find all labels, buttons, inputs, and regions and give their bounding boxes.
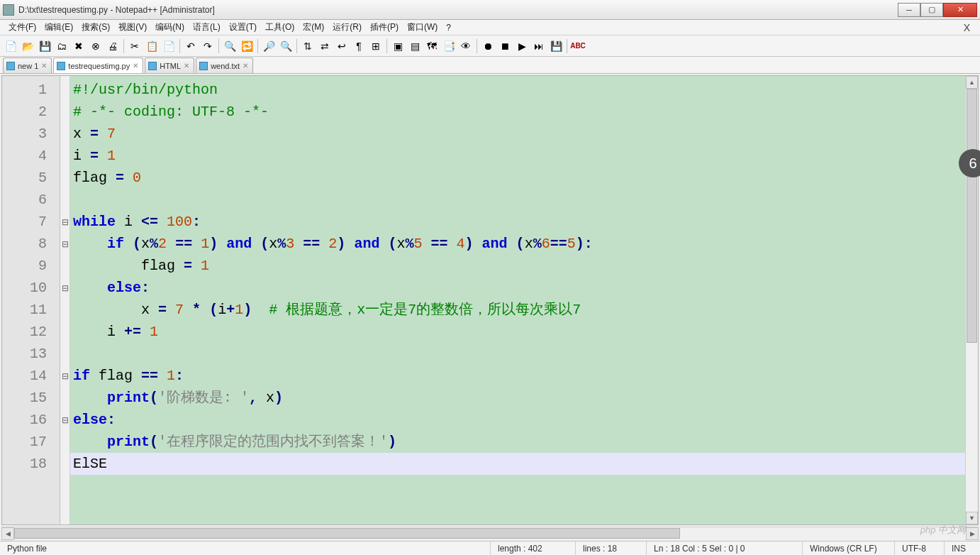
show-chars-icon[interactable]: ¶ — [351, 38, 367, 54]
code-line[interactable]: flag = 1 — [70, 255, 965, 277]
code-line[interactable]: #!/usr/bin/python — [70, 79, 965, 101]
menu-edit[interactable]: 编辑(E) — [40, 20, 77, 35]
tab-testrequestimg[interactable]: testrequestimg.py ✕ — [53, 57, 143, 73]
new-file-icon[interactable]: 📄 — [3, 38, 18, 54]
tab-close-icon[interactable]: ✕ — [133, 62, 138, 70]
close-button[interactable]: ✕ — [943, 3, 977, 17]
save-icon[interactable]: 💾 — [37, 38, 52, 54]
menu-help[interactable]: ? — [442, 21, 455, 34]
fold-marker[interactable] — [60, 233, 69, 255]
menu-file[interactable]: 文件(F) — [4, 20, 40, 35]
menu-view[interactable]: 视图(V) — [114, 20, 151, 35]
copy-icon[interactable]: 📋 — [144, 38, 160, 54]
fold-marker[interactable] — [60, 365, 69, 387]
menu-settings[interactable]: 设置(T) — [225, 20, 261, 35]
line-number: 9 — [2, 255, 60, 277]
fold-icon[interactable]: ▣ — [390, 38, 406, 54]
find-icon[interactable]: 🔍 — [222, 38, 238, 54]
menu-plugins[interactable]: 插件(P) — [366, 20, 403, 35]
scroll-up-icon[interactable]: ▲ — [966, 76, 978, 89]
status-lines: lines : 18 — [576, 542, 647, 555]
monitor-icon[interactable]: 👁 — [458, 38, 474, 54]
horizontal-scrollbar[interactable]: ◀ ▶ — [1, 527, 979, 539]
code-line[interactable]: while i <= 100: — [70, 211, 965, 233]
code-line[interactable] — [70, 343, 965, 365]
fast-forward-icon[interactable]: ⏭ — [531, 38, 547, 54]
redo-icon[interactable]: ↷ — [200, 38, 216, 54]
doc-map-icon[interactable]: 🗺 — [424, 38, 440, 54]
code-area[interactable]: #!/usr/bin/python# -*- coding: UTF-8 -*-… — [70, 76, 965, 524]
code-line[interactable]: else: — [70, 409, 965, 431]
fold-marker[interactable] — [60, 211, 69, 233]
indent-guide-icon[interactable]: ⊞ — [368, 38, 384, 54]
scroll-down-icon[interactable]: ▼ — [966, 512, 978, 524]
zoom-in-icon[interactable]: 🔎 — [261, 38, 277, 54]
tab-new1[interactable]: new 1 ✕ — [3, 57, 52, 73]
code-line[interactable]: x = 7 — [70, 123, 965, 145]
play-icon[interactable]: ▶ — [514, 38, 530, 54]
menu-macro[interactable]: 宏(M) — [299, 20, 328, 35]
code-line[interactable]: ElSE — [70, 453, 965, 475]
zoom-out-icon[interactable]: 🔍 — [278, 38, 294, 54]
menubar-close-icon[interactable]: X — [958, 21, 976, 35]
tab-wend[interactable]: wend.txt ✕ — [196, 57, 253, 73]
sync-h-icon[interactable]: ⇄ — [317, 38, 333, 54]
close-all-icon[interactable]: ⊗ — [88, 38, 104, 54]
maximize-button[interactable]: ▢ — [920, 3, 943, 17]
tab-label: new 1 — [18, 62, 38, 70]
tab-close-icon[interactable]: ✕ — [41, 62, 47, 70]
open-file-icon[interactable]: 📂 — [20, 38, 35, 54]
menu-encoding[interactable]: 编码(N) — [151, 20, 189, 35]
menu-window[interactable]: 窗口(W) — [403, 20, 442, 35]
fold-marker[interactable] — [60, 409, 69, 431]
vertical-scrollbar[interactable]: ▲ ▼ — [965, 76, 978, 524]
scroll-track[interactable] — [14, 527, 966, 539]
save-macro-icon[interactable]: 💾 — [548, 38, 564, 54]
code-line[interactable]: if (x%2 == 1) and (x%3 == 2) and (x%5 ==… — [70, 233, 965, 255]
fold-marker[interactable] — [60, 277, 69, 299]
save-all-icon[interactable]: 🗂 — [54, 38, 69, 54]
tab-close-icon[interactable]: ✕ — [243, 62, 248, 70]
code-line[interactable]: if flag == 1: — [70, 365, 965, 387]
code-line[interactable]: flag = 0 — [70, 167, 965, 189]
record-icon[interactable]: ⏺ — [480, 38, 496, 54]
menu-search[interactable]: 搜索(S) — [77, 20, 114, 35]
unfold-icon[interactable]: ▤ — [407, 38, 423, 54]
scroll-thumb[interactable] — [14, 528, 680, 539]
wrap-icon[interactable]: ↩ — [334, 38, 350, 54]
code-line[interactable] — [70, 189, 965, 211]
code-line[interactable]: i += 1 — [70, 321, 965, 343]
stop-icon[interactable]: ⏹ — [497, 38, 513, 54]
sync-v-icon[interactable]: ⇅ — [300, 38, 316, 54]
close-file-icon[interactable]: ✖ — [71, 38, 87, 54]
file-icon — [199, 62, 208, 70]
line-number: 11 — [2, 299, 60, 321]
fold-marker — [60, 453, 69, 475]
code-line[interactable]: print('阶梯数是: ', x) — [70, 387, 965, 409]
spellcheck-icon[interactable]: ABC — [570, 38, 586, 54]
menu-language[interactable]: 语言(L) — [189, 20, 225, 35]
scroll-thumb[interactable] — [967, 89, 977, 343]
minimize-button[interactable]: ─ — [898, 3, 920, 17]
print-icon[interactable]: 🖨 — [105, 38, 121, 54]
line-number: 4 — [2, 145, 60, 167]
scroll-right-icon[interactable]: ▶ — [966, 527, 979, 540]
paste-icon[interactable]: 📄 — [161, 38, 177, 54]
menu-run[interactable]: 运行(R) — [328, 20, 366, 35]
code-line[interactable]: # -*- coding: UTF-8 -*- — [70, 101, 965, 123]
scroll-left-icon[interactable]: ◀ — [1, 527, 14, 540]
statusbar: Python file length : 402 lines : 18 Ln :… — [0, 541, 980, 555]
menu-tools[interactable]: 工具(O) — [261, 20, 299, 35]
code-line[interactable]: else: — [70, 277, 965, 299]
replace-icon[interactable]: 🔁 — [239, 38, 255, 54]
undo-icon[interactable]: ↶ — [183, 38, 199, 54]
code-line[interactable]: i = 1 — [70, 145, 965, 167]
fold-marker — [60, 299, 69, 321]
code-line[interactable]: x = 7 * (i+1) # 根据题意，x一定是7的整数倍，所以每次乘以7 — [70, 299, 965, 321]
tab-html[interactable]: HTML ✕ — [145, 57, 194, 73]
tab-close-icon[interactable]: ✕ — [184, 62, 189, 70]
cut-icon[interactable]: ✂ — [127, 38, 143, 54]
code-line[interactable]: print('在程序限定的范围内找不到答案！') — [70, 431, 965, 453]
fold-column[interactable] — [60, 76, 70, 524]
function-list-icon[interactable]: 📑 — [441, 38, 457, 54]
